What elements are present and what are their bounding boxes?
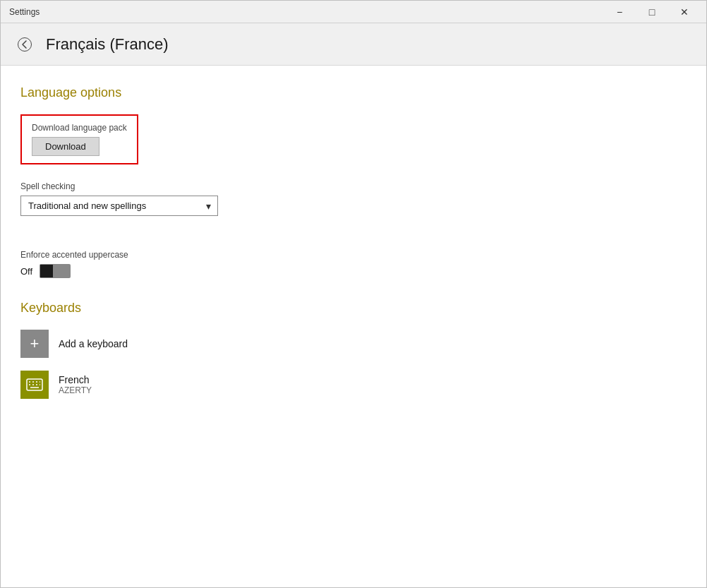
maximize-button[interactable]: □: [636, 1, 668, 23]
spell-check-label: Spell checking: [20, 181, 687, 191]
content-area: Language options Download language pack …: [1, 66, 706, 587]
enforce-accented-section: Enforce accented uppercase Off: [20, 250, 687, 278]
header-bar: Français (France): [1, 23, 706, 66]
toggle-thumb: [40, 265, 53, 277]
french-keyboard-icon: [20, 371, 49, 399]
add-keyboard-item[interactable]: + Add a keyboard: [20, 330, 687, 358]
keyboards-section: Keyboards + Add a keyboard: [20, 301, 687, 399]
toggle-status-text: Off: [20, 266, 32, 277]
keyboard-symbol-icon: [26, 376, 43, 393]
french-keyboard-name: French: [59, 374, 92, 385]
spell-checking-section: Spell checking Traditional and new spell…: [20, 181, 687, 233]
toggle-switch[interactable]: [40, 264, 71, 278]
keyboards-heading: Keyboards: [20, 301, 687, 316]
spell-check-select-wrapper[interactable]: Traditional and new spellingsTraditional…: [20, 196, 218, 216]
download-pack-label: Download language pack: [32, 123, 127, 133]
download-button[interactable]: Download: [32, 137, 99, 156]
french-keyboard-sublabel: AZERTY: [59, 385, 92, 395]
svg-point-0: [18, 37, 32, 51]
french-keyboard-item[interactable]: French AZERTY: [20, 371, 687, 399]
back-arrow-icon: [18, 37, 32, 52]
download-language-pack-box: Download language pack Download: [20, 114, 138, 164]
french-keyboard-info: French AZERTY: [59, 374, 92, 395]
add-keyboard-label: Add a keyboard: [59, 338, 128, 349]
spell-check-select[interactable]: Traditional and new spellingsTraditional…: [20, 196, 218, 216]
enforce-accented-label: Enforce accented uppercase: [20, 250, 687, 260]
add-keyboard-icon: +: [20, 330, 49, 358]
toggle-row: Off: [20, 264, 687, 278]
settings-window: Settings − □ ✕ Français (France) Languag…: [0, 0, 707, 588]
window-controls: − □ ✕: [603, 1, 701, 23]
minimize-button[interactable]: −: [603, 1, 636, 23]
close-button[interactable]: ✕: [668, 1, 701, 23]
back-button[interactable]: [12, 32, 37, 57]
window-title: Settings: [9, 7, 40, 17]
page-title: Français (France): [46, 35, 169, 54]
language-options-heading: Language options: [20, 85, 687, 100]
title-bar: Settings − □ ✕: [1, 1, 706, 23]
